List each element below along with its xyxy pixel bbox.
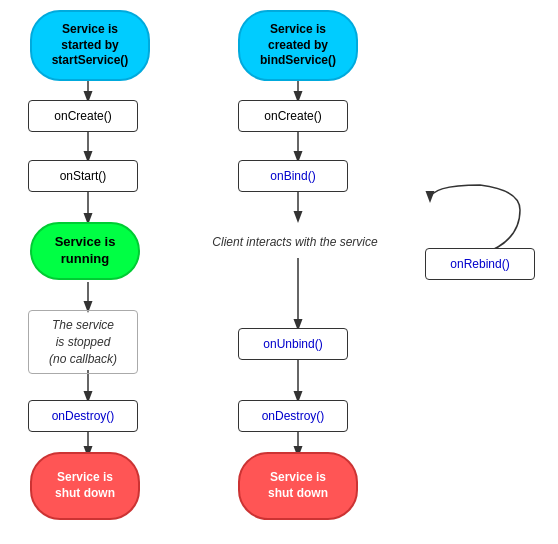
shutdown-left-pill: Service is shut down: [30, 452, 140, 520]
client-interacts-label: Client interacts with the service: [212, 234, 377, 251]
start-service-label: Service is started by startService(): [52, 22, 129, 69]
on-unbind: onUnbind(): [238, 328, 348, 360]
on-unbind-label: onUnbind(): [263, 337, 322, 351]
on-create-right: onCreate(): [238, 100, 348, 132]
service-running-pill: Service is running: [30, 222, 140, 280]
bind-service-pill: Service is created by bindService(): [238, 10, 358, 81]
on-rebind: onRebind(): [425, 248, 535, 280]
service-stopped-label: The service is stopped (no callback): [49, 317, 117, 367]
bind-service-label: Service is created by bindService(): [260, 22, 336, 69]
on-bind-label: onBind(): [270, 169, 315, 183]
on-create-left-label: onCreate(): [54, 109, 111, 123]
on-start: onStart(): [28, 160, 138, 192]
client-interacts-text: Client interacts with the service: [190, 228, 400, 256]
on-destroy-left: onDestroy(): [28, 400, 138, 432]
on-destroy-left-label: onDestroy(): [52, 409, 115, 423]
on-create-right-label: onCreate(): [264, 109, 321, 123]
shutdown-right-label: Service is shut down: [268, 470, 328, 501]
shutdown-right-pill: Service is shut down: [238, 452, 358, 520]
on-start-label: onStart(): [60, 169, 107, 183]
service-running-label: Service is running: [55, 234, 116, 268]
on-destroy-right: onDestroy(): [238, 400, 348, 432]
on-bind: onBind(): [238, 160, 348, 192]
diagram: Service is started by startService() Ser…: [0, 0, 558, 544]
service-stopped-text: The service is stopped (no callback): [28, 310, 138, 374]
on-rebind-label: onRebind(): [450, 257, 509, 271]
on-destroy-right-label: onDestroy(): [262, 409, 325, 423]
shutdown-left-label: Service is shut down: [55, 470, 115, 501]
start-service-pill: Service is started by startService(): [30, 10, 150, 81]
on-create-left: onCreate(): [28, 100, 138, 132]
